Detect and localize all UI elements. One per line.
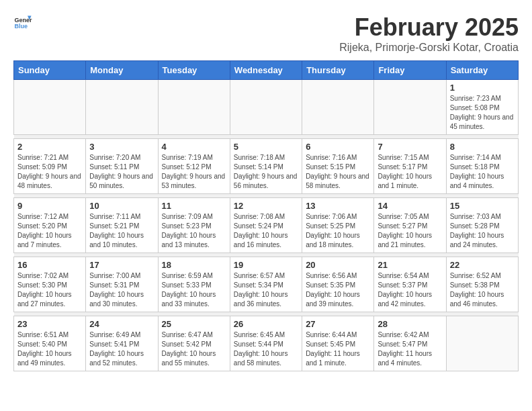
calendar-day: 14Sunrise: 7:05 AM Sunset: 5:27 PM Dayli… xyxy=(374,198,446,253)
day-info: Sunrise: 6:49 AM Sunset: 5:41 PM Dayligh… xyxy=(89,330,154,368)
calendar-week-5: 23Sunrise: 6:51 AM Sunset: 5:40 PM Dayli… xyxy=(14,316,519,371)
day-info: Sunrise: 7:18 AM Sunset: 5:14 PM Dayligh… xyxy=(234,153,298,191)
weekday-header-row: SundayMondayTuesdayWednesdayThursdayFrid… xyxy=(14,61,519,80)
day-info: Sunrise: 7:15 AM Sunset: 5:17 PM Dayligh… xyxy=(378,153,442,191)
calendar-day: 11Sunrise: 7:09 AM Sunset: 5:23 PM Dayli… xyxy=(158,198,230,253)
day-info: Sunrise: 7:16 AM Sunset: 5:15 PM Dayligh… xyxy=(306,153,370,191)
day-number: 16 xyxy=(17,260,82,270)
weekday-header-sunday: Sunday xyxy=(14,61,86,80)
calendar-day: 18Sunrise: 6:59 AM Sunset: 5:33 PM Dayli… xyxy=(158,257,230,312)
day-number: 9 xyxy=(17,201,82,211)
day-number: 4 xyxy=(162,142,226,152)
day-info: Sunrise: 7:11 AM Sunset: 5:21 PM Dayligh… xyxy=(89,212,154,250)
day-number: 13 xyxy=(306,201,370,211)
day-info: Sunrise: 6:52 AM Sunset: 5:38 PM Dayligh… xyxy=(450,271,515,309)
day-number: 26 xyxy=(234,319,298,329)
day-info: Sunrise: 7:14 AM Sunset: 5:18 PM Dayligh… xyxy=(450,153,515,191)
day-number: 5 xyxy=(234,142,298,152)
calendar-day xyxy=(158,80,230,135)
day-info: Sunrise: 7:02 AM Sunset: 5:30 PM Dayligh… xyxy=(17,271,82,309)
calendar-day: 28Sunrise: 6:42 AM Sunset: 5:47 PM Dayli… xyxy=(374,316,446,371)
weekday-header-thursday: Thursday xyxy=(302,61,374,80)
day-number: 25 xyxy=(162,319,226,329)
calendar-week-3: 9Sunrise: 7:12 AM Sunset: 5:20 PM Daylig… xyxy=(14,198,519,253)
day-info: Sunrise: 6:47 AM Sunset: 5:42 PM Dayligh… xyxy=(162,330,226,368)
calendar-day xyxy=(446,316,518,371)
weekday-header-wednesday: Wednesday xyxy=(230,61,302,80)
day-number: 28 xyxy=(378,319,442,329)
day-number: 15 xyxy=(450,201,515,211)
calendar-day: 19Sunrise: 6:57 AM Sunset: 5:34 PM Dayli… xyxy=(230,257,302,312)
calendar-day: 10Sunrise: 7:11 AM Sunset: 5:21 PM Dayli… xyxy=(86,198,158,253)
calendar-day: 8Sunrise: 7:14 AM Sunset: 5:18 PM Daylig… xyxy=(446,139,518,194)
day-number: 12 xyxy=(234,201,298,211)
calendar-day: 17Sunrise: 7:00 AM Sunset: 5:31 PM Dayli… xyxy=(86,257,158,312)
day-number: 6 xyxy=(306,142,370,152)
day-info: Sunrise: 6:45 AM Sunset: 5:44 PM Dayligh… xyxy=(234,330,298,368)
svg-text:Blue: Blue xyxy=(14,23,28,30)
logo-icon: General Blue xyxy=(13,13,32,32)
day-info: Sunrise: 6:44 AM Sunset: 5:45 PM Dayligh… xyxy=(306,330,370,368)
calendar-day: 13Sunrise: 7:06 AM Sunset: 5:25 PM Dayli… xyxy=(302,198,374,253)
day-number: 17 xyxy=(89,260,154,270)
day-info: Sunrise: 7:03 AM Sunset: 5:28 PM Dayligh… xyxy=(450,212,515,250)
calendar-day: 15Sunrise: 7:03 AM Sunset: 5:28 PM Dayli… xyxy=(446,198,518,253)
weekday-header-saturday: Saturday xyxy=(446,61,518,80)
calendar-day xyxy=(14,80,86,135)
day-info: Sunrise: 6:51 AM Sunset: 5:40 PM Dayligh… xyxy=(17,330,82,368)
day-number: 7 xyxy=(378,142,442,152)
calendar-day: 5Sunrise: 7:18 AM Sunset: 5:14 PM Daylig… xyxy=(230,139,302,194)
day-number: 24 xyxy=(89,319,154,329)
page-header: General Blue February 2025 Rijeka, Primo… xyxy=(13,13,519,54)
day-number: 14 xyxy=(378,201,442,211)
calendar-day: 1Sunrise: 7:23 AM Sunset: 5:08 PM Daylig… xyxy=(446,80,518,135)
calendar-day: 25Sunrise: 6:47 AM Sunset: 5:42 PM Dayli… xyxy=(158,316,230,371)
logo: General Blue xyxy=(13,13,32,32)
day-info: Sunrise: 7:19 AM Sunset: 5:12 PM Dayligh… xyxy=(162,153,226,191)
day-info: Sunrise: 7:09 AM Sunset: 5:23 PM Dayligh… xyxy=(162,212,226,250)
day-info: Sunrise: 7:23 AM Sunset: 5:08 PM Dayligh… xyxy=(450,94,515,132)
calendar-day xyxy=(86,80,158,135)
day-number: 23 xyxy=(17,319,82,329)
calendar-week-1: 1Sunrise: 7:23 AM Sunset: 5:08 PM Daylig… xyxy=(14,80,519,135)
weekday-header-friday: Friday xyxy=(374,61,446,80)
day-number: 22 xyxy=(450,260,515,270)
day-number: 8 xyxy=(450,142,515,152)
day-info: Sunrise: 7:05 AM Sunset: 5:27 PM Dayligh… xyxy=(378,212,442,250)
day-number: 27 xyxy=(306,319,370,329)
calendar-day xyxy=(230,80,302,135)
day-info: Sunrise: 7:08 AM Sunset: 5:24 PM Dayligh… xyxy=(234,212,298,250)
calendar-day: 9Sunrise: 7:12 AM Sunset: 5:20 PM Daylig… xyxy=(14,198,86,253)
calendar-day xyxy=(302,80,374,135)
calendar-day: 21Sunrise: 6:54 AM Sunset: 5:37 PM Dayli… xyxy=(374,257,446,312)
day-info: Sunrise: 6:59 AM Sunset: 5:33 PM Dayligh… xyxy=(162,271,226,309)
day-number: 3 xyxy=(89,142,154,152)
day-number: 21 xyxy=(378,260,442,270)
calendar-subtitle: Rijeka, Primorje-Gorski Kotar, Croatia xyxy=(339,42,519,54)
day-info: Sunrise: 6:56 AM Sunset: 5:35 PM Dayligh… xyxy=(306,271,370,309)
calendar-day xyxy=(374,80,446,135)
calendar-day: 3Sunrise: 7:20 AM Sunset: 5:11 PM Daylig… xyxy=(86,139,158,194)
day-info: Sunrise: 7:00 AM Sunset: 5:31 PM Dayligh… xyxy=(89,271,154,309)
calendar-day: 20Sunrise: 6:56 AM Sunset: 5:35 PM Dayli… xyxy=(302,257,374,312)
day-number: 11 xyxy=(162,201,226,211)
day-info: Sunrise: 7:06 AM Sunset: 5:25 PM Dayligh… xyxy=(306,212,370,250)
day-number: 1 xyxy=(450,83,515,93)
weekday-header-monday: Monday xyxy=(86,61,158,80)
calendar-day: 24Sunrise: 6:49 AM Sunset: 5:41 PM Dayli… xyxy=(86,316,158,371)
calendar-day: 6Sunrise: 7:16 AM Sunset: 5:15 PM Daylig… xyxy=(302,139,374,194)
calendar-week-4: 16Sunrise: 7:02 AM Sunset: 5:30 PM Dayli… xyxy=(14,257,519,312)
day-number: 2 xyxy=(17,142,82,152)
day-info: Sunrise: 6:42 AM Sunset: 5:47 PM Dayligh… xyxy=(378,330,442,368)
title-block: February 2025 Rijeka, Primorje-Gorski Ko… xyxy=(339,13,519,54)
calendar-table: SundayMondayTuesdayWednesdayThursdayFrid… xyxy=(13,60,519,371)
calendar-day: 2Sunrise: 7:21 AM Sunset: 5:09 PM Daylig… xyxy=(14,139,86,194)
calendar-day: 26Sunrise: 6:45 AM Sunset: 5:44 PM Dayli… xyxy=(230,316,302,371)
day-info: Sunrise: 6:57 AM Sunset: 5:34 PM Dayligh… xyxy=(234,271,298,309)
day-number: 19 xyxy=(234,260,298,270)
day-info: Sunrise: 7:20 AM Sunset: 5:11 PM Dayligh… xyxy=(89,153,154,191)
calendar-day: 27Sunrise: 6:44 AM Sunset: 5:45 PM Dayli… xyxy=(302,316,374,371)
calendar-week-2: 2Sunrise: 7:21 AM Sunset: 5:09 PM Daylig… xyxy=(14,139,519,194)
day-info: Sunrise: 7:12 AM Sunset: 5:20 PM Dayligh… xyxy=(17,212,82,250)
day-number: 20 xyxy=(306,260,370,270)
